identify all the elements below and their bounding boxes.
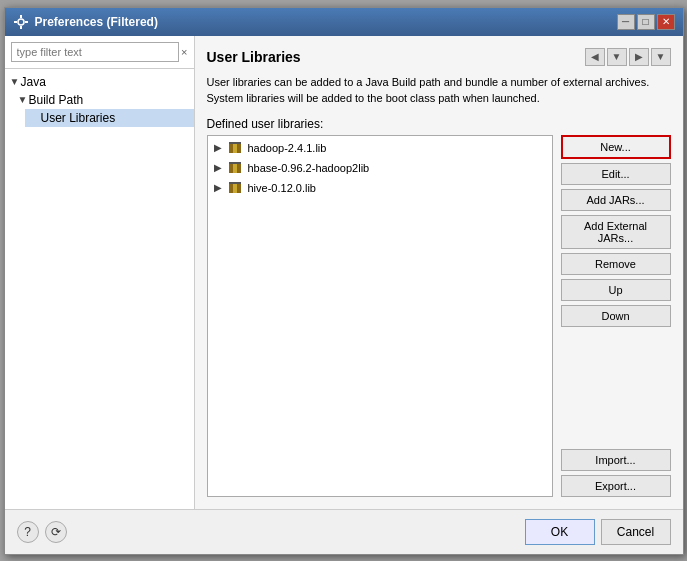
svg-rect-13 — [229, 183, 233, 193]
right-panel: User Libraries ◀ ▼ ▶ ▼ User libraries ca… — [195, 36, 683, 509]
content-area: × ▼ Java ▼ Build Path User Libraries — [5, 36, 683, 509]
cancel-button[interactable]: Cancel — [601, 519, 671, 545]
user-libraries-label: User Libraries — [41, 111, 116, 125]
list-item[interactable]: ▶ hive-0.12.0.lib — [210, 178, 550, 198]
add-jars-button[interactable]: Add JARs... — [561, 189, 671, 211]
panel-header: User Libraries ◀ ▼ ▶ ▼ — [207, 48, 671, 66]
svg-rect-4 — [25, 21, 28, 23]
library-icon — [228, 160, 244, 176]
svg-rect-1 — [20, 15, 22, 18]
svg-rect-7 — [237, 143, 241, 153]
nav-buttons: ◀ ▼ ▶ ▼ — [585, 48, 671, 66]
description-text: User libraries can be added to a Java Bu… — [207, 74, 671, 107]
bottom-right: OK Cancel — [525, 519, 671, 545]
filter-box: × — [5, 36, 194, 69]
java-label: Java — [21, 75, 46, 89]
preferences-window: Preferences (Filtered) ─ □ ✕ × ▼ Java — [4, 7, 684, 555]
user-libraries-toggle-icon — [29, 112, 41, 123]
up-button[interactable]: Up — [561, 279, 671, 301]
tree-item-java[interactable]: ▼ Java — [5, 73, 194, 91]
svg-rect-3 — [14, 21, 17, 23]
svg-rect-2 — [20, 26, 22, 29]
svg-rect-14 — [233, 183, 237, 193]
tree-area: ▼ Java ▼ Build Path User Libraries — [5, 69, 194, 509]
library-icon — [228, 180, 244, 196]
filter-input[interactable] — [11, 42, 180, 62]
close-button[interactable]: ✕ — [657, 14, 675, 30]
svg-point-0 — [18, 19, 24, 25]
lib-toggle-icon: ▶ — [214, 162, 228, 173]
svg-rect-10 — [233, 163, 237, 173]
lib-name: hive-0.12.0.lib — [248, 182, 317, 194]
list-item[interactable]: ▶ hadoop-2.4.1.lib — [210, 138, 550, 158]
import-button[interactable]: Import... — [561, 449, 671, 471]
back-dropdown-button[interactable]: ▼ — [607, 48, 627, 66]
down-button[interactable]: Down — [561, 305, 671, 327]
edit-button[interactable]: Edit... — [561, 163, 671, 185]
back-button[interactable]: ◀ — [585, 48, 605, 66]
svg-rect-11 — [237, 163, 241, 173]
tree-item-build-path[interactable]: ▼ Build Path — [13, 91, 194, 109]
libraries-area: ▶ hadoop-2.4.1.lib — [207, 135, 671, 497]
forward-dropdown-button[interactable]: ▼ — [651, 48, 671, 66]
panel-title: User Libraries — [207, 49, 301, 65]
bottom-bar: ? ⟳ OK Cancel — [5, 509, 683, 554]
export-button[interactable]: Export... — [561, 475, 671, 497]
svg-rect-8 — [229, 142, 241, 144]
svg-rect-15 — [237, 183, 241, 193]
build-path-toggle-icon: ▼ — [17, 94, 29, 105]
title-buttons: ─ □ ✕ — [617, 14, 675, 30]
bottom-left: ? ⟳ — [17, 521, 67, 543]
svg-rect-6 — [233, 143, 237, 153]
svg-rect-5 — [229, 143, 233, 153]
lib-toggle-icon: ▶ — [214, 182, 228, 193]
svg-rect-12 — [229, 162, 241, 164]
java-toggle-icon: ▼ — [9, 76, 21, 87]
defined-label: Defined user libraries: — [207, 117, 671, 131]
filter-clear-icon[interactable]: × — [181, 46, 187, 58]
remove-button[interactable]: Remove — [561, 253, 671, 275]
help-button[interactable]: ? — [17, 521, 39, 543]
ok-button[interactable]: OK — [525, 519, 595, 545]
maximize-button[interactable]: □ — [637, 14, 655, 30]
svg-rect-16 — [229, 182, 241, 184]
window-title: Preferences (Filtered) — [35, 15, 158, 29]
list-item[interactable]: ▶ hbase-0.96.2-hadoop2lib — [210, 158, 550, 178]
svg-rect-9 — [229, 163, 233, 173]
defaults-button[interactable]: ⟳ — [45, 521, 67, 543]
action-buttons: New... Edit... Add JARs... Add External … — [561, 135, 671, 497]
lib-name: hadoop-2.4.1.lib — [248, 142, 327, 154]
libraries-list[interactable]: ▶ hadoop-2.4.1.lib — [207, 135, 553, 497]
library-icon — [228, 140, 244, 156]
title-bar: Preferences (Filtered) ─ □ ✕ — [5, 8, 683, 36]
title-bar-left: Preferences (Filtered) — [13, 14, 158, 30]
add-external-jars-button[interactable]: Add External JARs... — [561, 215, 671, 249]
tree-item-user-libraries[interactable]: User Libraries — [25, 109, 194, 127]
lib-name: hbase-0.96.2-hadoop2lib — [248, 162, 370, 174]
lib-toggle-icon: ▶ — [214, 142, 228, 153]
forward-button[interactable]: ▶ — [629, 48, 649, 66]
left-panel: × ▼ Java ▼ Build Path User Libraries — [5, 36, 195, 509]
build-path-label: Build Path — [29, 93, 84, 107]
new-button[interactable]: New... — [561, 135, 671, 159]
minimize-button[interactable]: ─ — [617, 14, 635, 30]
window-icon — [13, 14, 29, 30]
